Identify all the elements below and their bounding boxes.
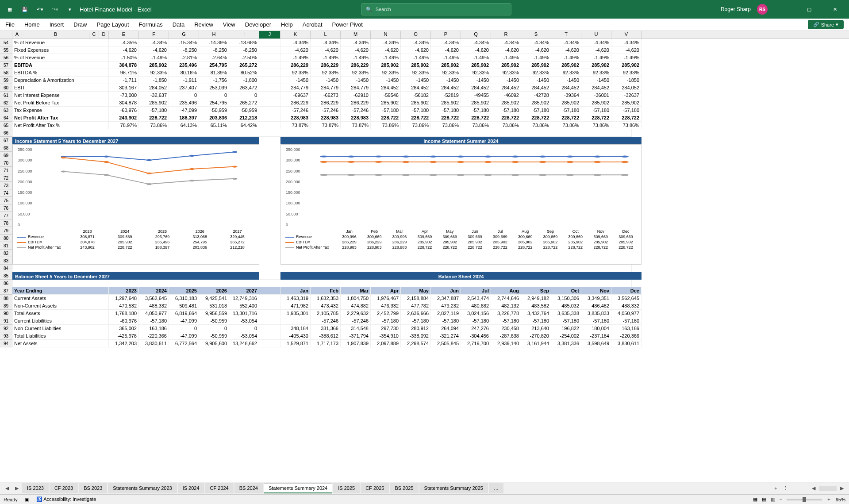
cell[interactable]: 284,052	[139, 84, 169, 92]
maximize-button[interactable]: ▢	[799, 0, 819, 19]
cell[interactable]: -57,180	[431, 317, 461, 325]
row-header[interactable]: 61	[0, 92, 12, 99]
cell[interactable]	[259, 317, 280, 325]
cell[interactable]: -4.34%	[371, 39, 401, 46]
cell[interactable]: -60,976	[109, 107, 139, 114]
cell[interactable]: 92.33%	[431, 69, 461, 77]
cell[interactable]: -57,180	[461, 107, 491, 114]
tab-nav-prev[interactable]: ◀	[3, 485, 12, 491]
row-header[interactable]: 55	[0, 46, 12, 54]
cell[interactable]: -57,180	[581, 107, 611, 114]
hscroll-left-icon[interactable]: ◀	[809, 485, 818, 491]
cell[interactable]: -1450	[280, 77, 311, 84]
cell[interactable]: -4.34%	[611, 39, 642, 46]
cell[interactable]: -1.49%	[311, 54, 341, 62]
cell[interactable]: -50,959	[199, 107, 229, 114]
cell[interactable]: 80.52%	[229, 69, 259, 77]
cell[interactable]: 73.86%	[521, 122, 551, 129]
cell[interactable]: 253,039	[199, 84, 229, 92]
cell[interactable]: -59546	[371, 92, 401, 99]
cell[interactable]: 228,983	[341, 114, 371, 122]
cell[interactable]: 92.33%	[581, 69, 611, 77]
cell[interactable]: 228,722	[581, 114, 611, 122]
row-header[interactable]: 84	[0, 265, 12, 272]
cell[interactable]: -4,620	[341, 46, 371, 54]
col-header-M[interactable]: M	[341, 31, 371, 38]
cell[interactable]: -2.81%	[169, 54, 199, 62]
cell[interactable]: -1.49%	[401, 54, 431, 62]
cell[interactable]	[259, 310, 280, 317]
cell[interactable]: 1,935,301	[280, 310, 311, 317]
close-button[interactable]: ✕	[825, 0, 845, 19]
row-header[interactable]: 56	[0, 54, 12, 62]
cell-label[interactable]: EBITDA	[12, 62, 109, 69]
cell[interactable]: 73.87%	[341, 122, 371, 129]
cell[interactable]: -304,456	[461, 332, 491, 340]
row-header[interactable]: 65	[0, 122, 12, 129]
cell[interactable]	[259, 302, 280, 310]
cell[interactable]: 73.86%	[611, 122, 642, 129]
cell[interactable]: -53,054	[229, 317, 259, 325]
cell[interactable]: -60,976	[109, 317, 139, 325]
cell[interactable]: 6,310,183	[169, 295, 199, 302]
cell[interactable]: 0	[199, 325, 229, 332]
cell-label[interactable]: Current Assets	[12, 295, 109, 302]
cell[interactable]: -13.68%	[229, 39, 259, 46]
normal-view-icon[interactable]: ▦	[753, 496, 757, 502]
ribbon-tab-acrobat[interactable]: Acrobat	[303, 21, 323, 28]
cell[interactable]: -297,730	[371, 325, 401, 332]
cell[interactable]	[259, 332, 280, 340]
ribbon-tab-data[interactable]: Data	[173, 21, 184, 28]
cell[interactable]: 473,432	[311, 302, 341, 310]
cell[interactable]: 92.33%	[551, 69, 581, 77]
cell[interactable]: 73.86%	[139, 122, 169, 129]
cell[interactable]: -180,004	[581, 325, 611, 332]
col-header-C[interactable]: C	[89, 31, 99, 38]
cell[interactable]: 285,902	[581, 99, 611, 107]
cell[interactable]: 284,452	[491, 84, 521, 92]
row-header[interactable]: 68	[0, 144, 12, 152]
cell[interactable]: -1450	[521, 77, 551, 84]
cell[interactable]: -57,246	[341, 317, 371, 325]
sheet-tab[interactable]: IS 2023	[22, 483, 49, 493]
cell[interactable]: 3,830,611	[611, 340, 642, 347]
cell[interactable]: -57,180	[611, 107, 642, 114]
row-header[interactable]: 63	[0, 107, 12, 114]
row-header[interactable]: 71	[0, 167, 12, 174]
cell[interactable]: 286,229	[341, 62, 371, 69]
cell[interactable]	[259, 39, 280, 46]
cell[interactable]: -57,180	[461, 317, 491, 325]
cell[interactable]: 228,722	[551, 114, 581, 122]
cell[interactable]: 3,381,336	[551, 340, 581, 347]
col-header-G[interactable]: G	[169, 31, 199, 38]
cell[interactable]: 1,804,750	[341, 295, 371, 302]
cell[interactable]: 73.86%	[401, 122, 431, 129]
cell[interactable]: -4.34%	[581, 39, 611, 46]
share-button[interactable]: 🔗 Share ▾	[808, 20, 844, 29]
cell[interactable]: 304,878	[109, 99, 139, 107]
redo-icon[interactable]: ↷▾	[50, 4, 60, 15]
cell[interactable]: 284,452	[431, 84, 461, 92]
cell[interactable]: -4.34%	[491, 39, 521, 46]
row-header[interactable]: 66	[0, 129, 12, 137]
zoom-slider[interactable]	[787, 499, 822, 500]
cell[interactable]: -57,180	[611, 317, 642, 325]
cell[interactable]: -4.34%	[401, 39, 431, 46]
cell[interactable]: 73.86%	[551, 122, 581, 129]
col-header-S[interactable]: S	[521, 31, 551, 38]
cell[interactable]: 0	[229, 92, 259, 99]
cell[interactable]: -230,458	[491, 325, 521, 332]
cell[interactable]: -4,620	[491, 46, 521, 54]
chart[interactable]: 350,000300,000250,000200,000150,000100,0…	[12, 144, 259, 265]
cell[interactable]: 81.39%	[199, 69, 229, 77]
sheet-tab[interactable]: BS 2023	[79, 483, 107, 493]
cell[interactable]: 73.86%	[491, 122, 521, 129]
cell[interactable]	[259, 107, 280, 114]
cell[interactable]	[259, 92, 280, 99]
cell[interactable]: 483,582	[521, 302, 551, 310]
cell[interactable]: -57,246	[311, 107, 341, 114]
row-header[interactable]: 58	[0, 69, 12, 77]
cell[interactable]: 78.97%	[109, 122, 139, 129]
col-header-H[interactable]: H	[199, 31, 229, 38]
tab-add-icon[interactable]: ＋	[771, 485, 780, 492]
